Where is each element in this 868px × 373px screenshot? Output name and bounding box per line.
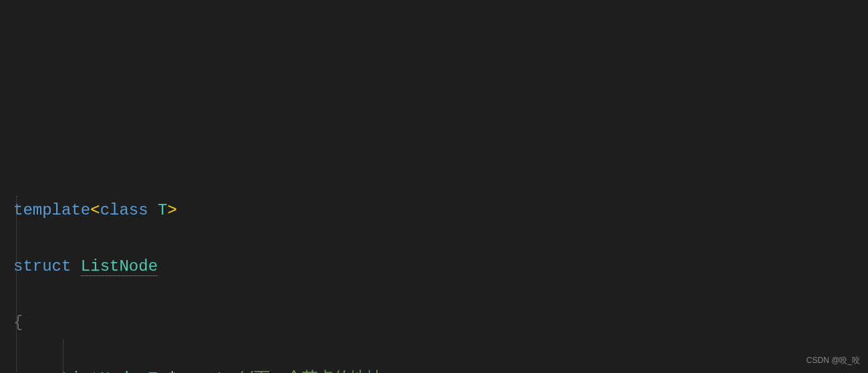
angle-close: >	[158, 370, 167, 373]
space	[177, 370, 186, 373]
indent-guide	[63, 340, 63, 373]
struct-name: ListNode	[81, 257, 158, 276]
type-name: ListNode	[61, 370, 138, 373]
code-line: template<class T>	[13, 197, 868, 225]
code-block: template<class T> struct ListNode { List…	[0, 112, 868, 373]
angle-close: >	[167, 201, 176, 219]
keyword-struct: struct	[13, 257, 71, 275]
code-line: struct ListNode	[13, 253, 868, 281]
indent-guide	[16, 196, 17, 373]
code-line: ListNode<T>* next;//下一个节点的地址	[13, 365, 868, 373]
type-param: T	[148, 201, 168, 219]
semicolon: ;	[225, 370, 235, 373]
indent	[13, 370, 61, 373]
watermark: CSDN @咬_咬	[807, 354, 860, 368]
keyword-template: template	[13, 201, 90, 219]
angle-open: <	[90, 201, 100, 219]
star: *	[167, 370, 176, 373]
keyword-class: class	[100, 201, 148, 219]
code-line: {	[13, 309, 868, 337]
comment: //下一个节点的地址	[235, 370, 382, 373]
type-param: T	[148, 370, 158, 373]
angle-open: <	[138, 370, 148, 373]
variable: next	[186, 370, 225, 373]
space	[71, 257, 80, 275]
brace-open: {	[13, 314, 23, 332]
